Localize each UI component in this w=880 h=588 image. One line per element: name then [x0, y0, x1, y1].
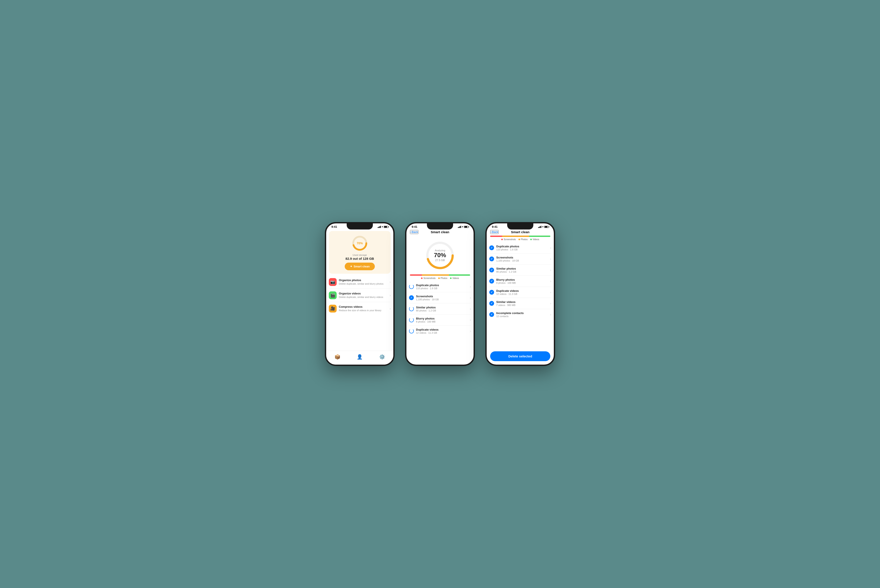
analyzing-donut: Analyzing 70% 27.5 GB — [423, 239, 457, 272]
donut-label: Analyzing 70% 27.5 GB — [434, 249, 446, 262]
phone-3-content: 9:41 ▾ ‹ Back Smart clean — [487, 224, 554, 364]
storage-card: 70% Used storage 82.9 out of 128 GB ✦ Sm… — [329, 231, 391, 274]
dot-videos-3 — [530, 238, 532, 240]
items-list-3: ✓ Duplicate photos 110 photos · 1.6 GB ›… — [487, 242, 554, 320]
battery-icon-3 — [544, 226, 548, 228]
legend-row-3: Screenshots Photos Videos — [490, 238, 550, 241]
wifi-icon-2: ▾ — [462, 226, 463, 228]
menu-item-organize-videos[interactable]: 🎬 Organize videos Delete duplicate, simi… — [329, 289, 391, 302]
signal-icon-3 — [538, 226, 541, 228]
delete-selected-button[interactable]: Delete selected — [490, 351, 550, 361]
list-item-screenshots[interactable]: ✓ Screenshots 1,100 photos · 18 GB › — [409, 292, 471, 303]
list-item-3-similar-photos[interactable]: ✓ Similar photos 80 photos · 1.2 GB › — [489, 265, 551, 276]
chevron-icon: › — [550, 268, 551, 272]
item-title-2: Screenshots — [416, 295, 468, 298]
storage-donut: 70% — [351, 234, 368, 252]
organize-photos-title: Organize photos — [339, 279, 387, 282]
legend-photos-3: Photos — [518, 238, 528, 241]
status-icons-1: ▾ — [378, 226, 388, 228]
sparkle-icon: ✦ — [350, 265, 352, 268]
items-list-2: Duplicate photos 110 photos · 1.6 GB › ✓… — [406, 281, 474, 336]
check-5-3: ✓ — [489, 290, 494, 295]
nav-header-3: ‹ Back Smart clean — [487, 229, 554, 236]
dot-screenshots-3 — [501, 238, 503, 240]
item-subtitle-1: 110 photos · 1.6 GB — [416, 287, 468, 290]
list-item-duplicate-videos[interactable]: Duplicate videos 12 videos · 11.3 GB › — [409, 326, 471, 336]
seg-videos-2 — [449, 274, 470, 276]
item-title-5: Duplicate videos — [416, 328, 468, 331]
list-item-3-similar-videos[interactable]: ✓ Similar videos 7 videos · 980 MB › — [489, 298, 551, 309]
list-item-3-duplicate-videos[interactable]: ✓ Duplicate videos 12 videos · 11.3 GB › — [489, 287, 551, 298]
donut-container: 70% — [332, 234, 387, 252]
chevron-icon: › — [470, 329, 471, 333]
check-7-3: ✓ — [489, 312, 494, 317]
progress-track-3 — [490, 236, 550, 237]
menu-item-compress-videos[interactable]: 🎥 Compress videos Reduce the size of vid… — [329, 302, 391, 315]
list-item-duplicate-photos[interactable]: Duplicate photos 110 photos · 1.6 GB › — [409, 281, 471, 292]
status-icons-2: ▾ — [458, 226, 469, 228]
list-item-3-blurry-photos[interactable]: ✓ Blurry photos 8 photos · 100 MB › — [489, 276, 551, 287]
phone-1-content: 9:41 ▾ 70% — [326, 224, 393, 364]
phones-container: 9:41 ▾ 70% — [325, 222, 555, 366]
phone-2-content: 9:41 ▾ ‹ Back Smart clean — [406, 224, 474, 364]
organize-videos-title: Organize videos — [339, 292, 387, 295]
battery-icon-2 — [464, 226, 469, 228]
legend-videos-2: Videos — [450, 277, 459, 279]
seg-screenshots-3 — [490, 236, 502, 237]
nav-settings-icon[interactable]: ⚙️ — [379, 354, 385, 360]
signal-icon-1 — [378, 226, 381, 228]
nav-home-icon[interactable]: 📦 — [335, 354, 340, 360]
check-4-3: ✓ — [489, 279, 494, 284]
item-subtitle-4: 8 photos · 100 MB — [416, 320, 468, 323]
time-3: 9:41 — [492, 225, 497, 228]
big-gb: 27.5 GB — [434, 259, 446, 262]
chevron-icon: › — [550, 302, 551, 305]
item-subtitle-3: 80 photos · 1.2 GB — [416, 309, 468, 312]
check-1-3: ✓ — [489, 245, 494, 250]
nav-profile-icon[interactable]: 👤 — [357, 354, 363, 360]
analyzing-text: Analyzing — [434, 249, 446, 252]
bottom-nav-1: 📦 👤 ⚙️ — [326, 351, 393, 364]
notch-1 — [347, 224, 373, 230]
back-button-3[interactable]: ‹ Back — [490, 230, 499, 234]
list-item-3-incomplete-contacts[interactable]: ✓ Incomplete contacts 12 contacts › — [489, 309, 551, 320]
chevron-icon: › — [470, 318, 471, 322]
svg-text:70%: 70% — [357, 242, 363, 245]
nav-header-2: ‹ Back Smart clean — [406, 229, 474, 236]
legend-bar-section-2: Screenshots Photos Videos — [406, 274, 474, 281]
seg-screenshots-2 — [410, 274, 422, 276]
chevron-icon: › — [470, 296, 471, 300]
check-circle-2: ✓ — [409, 295, 414, 300]
chevron-icon: › — [470, 307, 471, 310]
loading-circle-1 — [409, 284, 414, 289]
list-item-blurry-photos[interactable]: Blurry photos 8 photos · 100 MB › — [409, 315, 471, 326]
progress-section: Analyzing 70% 27.5 GB — [406, 236, 474, 274]
notch-3 — [507, 224, 533, 230]
list-item-similar-photos[interactable]: Similar photos 80 photos · 1.2 GB › — [409, 303, 471, 315]
compress-videos-title: Compress videos — [339, 305, 387, 308]
dot-photos-3 — [518, 238, 520, 240]
back-button-2[interactable]: ‹ Back — [410, 230, 418, 234]
organize-videos-text: Organize videos Delete duplicate, simila… — [339, 292, 387, 298]
status-icons-3: ▾ — [538, 226, 548, 228]
wifi-icon-1: ▾ — [382, 226, 383, 228]
menu-list: 📷 Organize photos Delete duplicate, simi… — [326, 276, 393, 315]
chevron-icon: › — [390, 307, 391, 310]
list-item-3-duplicate-photos[interactable]: ✓ Duplicate photos 110 photos · 1.6 GB › — [489, 242, 551, 254]
seg-photos-3 — [502, 236, 529, 237]
page-title-3: Smart clean — [511, 230, 529, 234]
seg-videos-3 — [529, 236, 550, 237]
item-subtitle-2: 1,100 photos · 18 GB — [416, 298, 468, 301]
smart-clean-button[interactable]: ✦ Smart clean — [345, 262, 375, 270]
menu-item-organize-photos[interactable]: 📷 Organize photos Delete duplicate, simi… — [329, 276, 391, 289]
storage-label: Used storage — [332, 254, 387, 256]
page-title-2: Smart clean — [431, 230, 449, 234]
list-item-3-screenshots[interactable]: ✓ Screenshots 1,100 photos · 18 GB › — [489, 254, 551, 265]
time-2: 9:41 — [411, 225, 417, 228]
check-2-3: ✓ — [489, 256, 494, 261]
organize-photos-subtitle: Delete duplicate, similar and blurry pho… — [339, 282, 387, 285]
chevron-icon: › — [550, 279, 551, 283]
item-title-1: Duplicate photos — [416, 284, 468, 287]
phone-1: 9:41 ▾ 70% — [325, 222, 395, 366]
dot-screenshots-2 — [421, 278, 422, 279]
